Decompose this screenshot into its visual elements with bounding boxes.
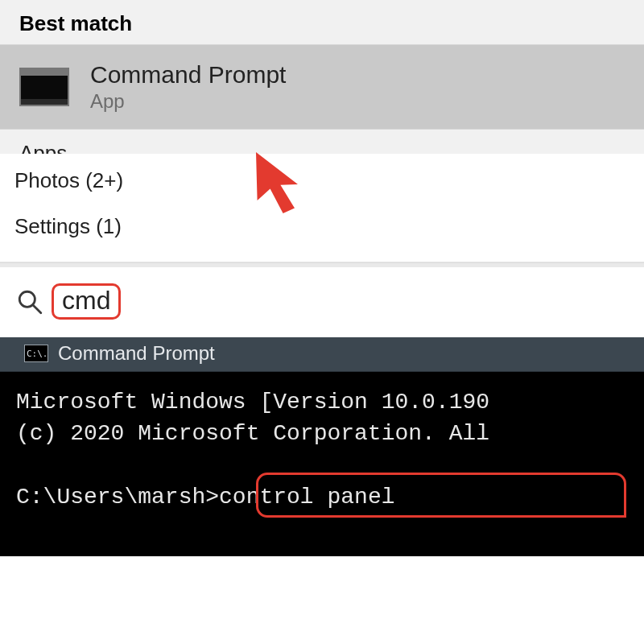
result-subtitle: App	[90, 90, 286, 113]
result-title: Command Prompt	[90, 61, 286, 89]
search-icon	[16, 288, 43, 316]
command-prompt-app-icon	[19, 68, 69, 106]
category-photos[interactable]: Photos (2+)	[14, 168, 630, 193]
search-input[interactable]: cmd	[52, 283, 121, 320]
search-result-command-prompt[interactable]: Command Prompt App	[0, 44, 644, 130]
result-titles: Command Prompt App	[90, 61, 286, 113]
cmd-titlebar[interactable]: C:\. Command Prompt	[0, 337, 644, 372]
start-search-panel: Best match Command Prompt App Apps	[0, 0, 644, 154]
search-bar[interactable]: cmd	[0, 267, 644, 337]
cmd-window-title: Command Prompt	[58, 342, 215, 365]
command-prompt-window: C:\. Command Prompt Microsoft Windows [V…	[0, 337, 644, 556]
cmd-prompt-path: C:\Users\marsh>	[16, 485, 219, 510]
apps-heading-truncated: Apps	[0, 130, 644, 154]
svg-line-2	[33, 305, 41, 313]
cmd-line-2: (c) 2020 Microsoft Corporation. All	[16, 421, 489, 446]
cmd-line-1: Microsoft Windows [Version 10.0.190	[16, 390, 489, 415]
category-settings[interactable]: Settings (1)	[14, 214, 630, 239]
search-categories: Photos (2+) Settings (1)	[0, 154, 644, 262]
cmd-terminal-output[interactable]: Microsoft Windows [Version 10.0.190 (c) …	[0, 372, 644, 513]
command-prompt-titlebar-icon: C:\.	[24, 345, 48, 362]
cmd-typed-command: control panel	[219, 485, 394, 510]
best-match-heading: Best match	[0, 0, 644, 44]
